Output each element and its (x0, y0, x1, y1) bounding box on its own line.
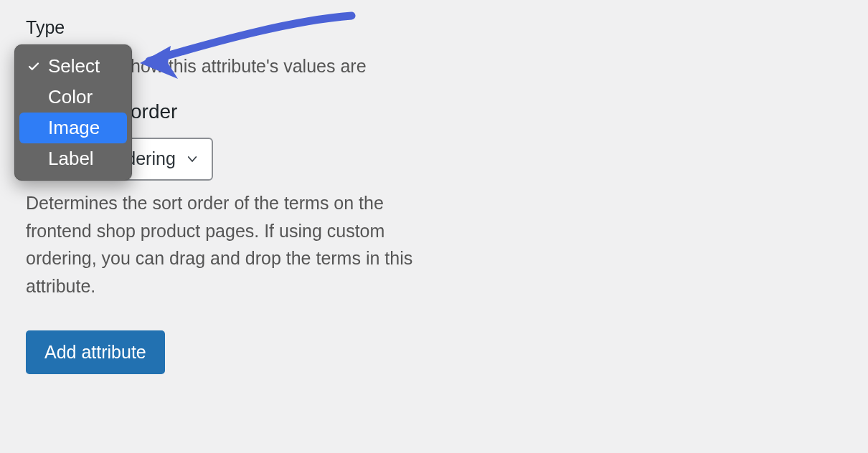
check-icon (27, 90, 41, 105)
type-option-label: Select (48, 55, 100, 77)
check-icon (27, 121, 41, 135)
type-help-text-partial: how this attribute's values are (131, 52, 367, 80)
type-option-label: Label (48, 148, 94, 170)
check-icon (27, 152, 41, 166)
type-field-label: Type (26, 17, 842, 38)
type-option-label: Color (48, 86, 93, 108)
add-attribute-button[interactable]: Add attribute (26, 330, 165, 374)
type-option-image[interactable]: Image (19, 113, 127, 143)
chevron-down-icon (186, 153, 199, 166)
type-select-open[interactable]: SelectColorImageLabel (14, 44, 132, 181)
sort-order-help-text: Determines the sort order of the terms o… (26, 189, 424, 300)
check-icon (27, 59, 41, 74)
type-option-label: Image (48, 117, 100, 139)
type-option-color[interactable]: Color (19, 82, 127, 113)
sort-order-label-partial: order (131, 100, 177, 123)
type-option-label[interactable]: Label (19, 143, 127, 174)
type-option-select[interactable]: Select (19, 51, 127, 82)
